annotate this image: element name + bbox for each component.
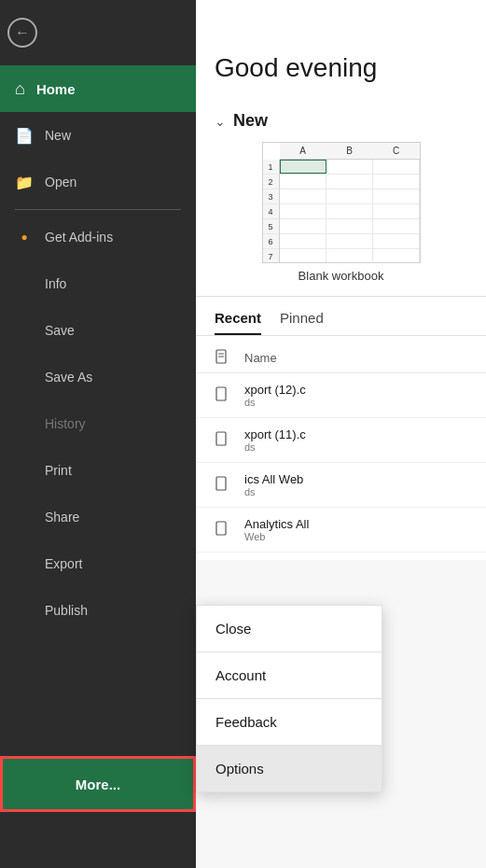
cell-row-4 — [280, 204, 420, 219]
document-icon — [215, 349, 229, 364]
file-icon-col-header — [215, 349, 237, 367]
sidebar-item-new[interactable]: 📄 New — [0, 112, 196, 159]
cell-c7 — [373, 249, 420, 263]
dropdown-close[interactable]: Close — [197, 606, 382, 651]
home-label: Home — [36, 81, 76, 97]
back-button[interactable]: ← — [0, 0, 45, 65]
sidebar: ← ⌂ Home 📄 New 📁 Open ● Get Add-ins Info… — [0, 0, 196, 868]
blank-workbook-label: Blank workbook — [299, 269, 384, 283]
sidebar-new-label: New — [45, 128, 71, 143]
svg-rect-5 — [216, 477, 226, 490]
row-3: 3 — [263, 189, 279, 204]
cell-b7 — [326, 249, 373, 263]
sidebar-item-print[interactable]: Print — [0, 447, 196, 494]
cell-row-5 — [280, 219, 420, 234]
file-item-info-2: ics All Web ds — [244, 472, 467, 497]
sidebar-item-open[interactable]: 📁 Open — [0, 159, 196, 205]
sidebar-item-info[interactable]: Info — [0, 260, 196, 307]
more-label: More... — [76, 777, 120, 792]
sidebar-item-history[interactable]: History — [0, 400, 196, 447]
file-item-info-3: Analytics All Web — [244, 517, 467, 542]
greeting-text: Good evening — [215, 53, 377, 83]
row-6: 6 — [263, 234, 279, 249]
sidebar-save-label: Save — [45, 323, 75, 338]
file-item-0[interactable]: xport (12).c ds — [196, 373, 486, 418]
row-numbers: 1 2 3 4 5 6 7 — [263, 160, 280, 263]
new-section: ⌄ New A B C 1 2 3 4 5 6 7 — [196, 98, 486, 297]
dropdown-account[interactable]: Account — [197, 652, 382, 698]
greeting-header: Good evening — [196, 0, 486, 98]
cell-a3 — [280, 189, 326, 203]
col-a-header: A — [280, 143, 326, 160]
cell-c2 — [373, 175, 420, 189]
sidebar-item-publish[interactable]: Publish — [0, 587, 196, 634]
tab-pinned[interactable]: Pinned — [280, 310, 324, 335]
more-button[interactable]: More... — [0, 756, 196, 812]
dropdown-feedback[interactable]: Feedback — [197, 699, 382, 745]
file-item-sub-1: ds — [244, 441, 467, 453]
file-item-sub-0: ds — [244, 397, 467, 408]
workbook-thumbnail: A B C 1 2 3 4 5 6 7 — [262, 142, 421, 263]
row-1: 1 — [263, 160, 279, 175]
blank-workbook-button[interactable]: A B C 1 2 3 4 5 6 7 — [215, 142, 467, 283]
file-item-name-3: Analytics All — [244, 517, 467, 531]
row-7: 7 — [263, 249, 279, 263]
file-item-3[interactable]: Analytics All Web — [196, 508, 486, 553]
tab-recent[interactable]: Recent — [215, 310, 261, 335]
file-item-sub-3: Web — [244, 531, 467, 542]
cell-a6 — [280, 234, 326, 248]
sidebar-info-label: Info — [45, 276, 66, 291]
file-item-info-1: xport (11).c ds — [244, 427, 467, 453]
cell-c4 — [373, 204, 420, 218]
file-item-icon-0 — [215, 386, 237, 405]
sidebar-history-label: History — [45, 416, 86, 431]
cell-a2 — [280, 175, 326, 189]
sidebar-saveas-label: Save As — [45, 370, 92, 385]
file-item-name-1: xport (11).c — [244, 427, 467, 441]
new-section-header: ⌄ New — [215, 111, 467, 131]
tabs-section: Recent Pinned — [196, 297, 486, 335]
sidebar-print-label: Print — [45, 463, 72, 478]
sidebar-open-label: Open — [45, 175, 76, 189]
file-item-name-2: ics All Web — [244, 472, 467, 486]
dropdown-options[interactable]: Options — [197, 746, 382, 791]
cell-b1 — [326, 160, 373, 174]
cell-c1 — [373, 160, 420, 174]
file-item-1[interactable]: xport (11).c ds — [196, 418, 486, 463]
cell-c5 — [373, 219, 420, 233]
sidebar-item-save[interactable]: Save — [0, 307, 196, 354]
cell-a5 — [280, 219, 326, 233]
col-b-header: B — [326, 143, 373, 160]
col-c-header: C — [373, 143, 420, 160]
wk-cells — [280, 160, 420, 262]
file-item-icon-3 — [215, 521, 237, 539]
new-icon: 📄 — [15, 127, 34, 145]
sidebar-item-share[interactable]: Share — [0, 494, 196, 540]
new-section-title: New — [233, 111, 268, 131]
cell-b5 — [326, 219, 373, 233]
svg-rect-4 — [216, 432, 226, 445]
cell-row-6 — [280, 234, 420, 249]
sidebar-export-label: Export — [45, 556, 82, 571]
svg-rect-6 — [216, 522, 226, 535]
file-item-name-0: xport (12).c — [244, 383, 467, 397]
file-item-icon-1 — [215, 431, 237, 450]
addins-icon: ● — [15, 231, 34, 244]
chevron-down-icon: ⌄ — [215, 114, 226, 129]
cell-a4 — [280, 204, 326, 218]
home-icon: ⌂ — [15, 79, 25, 99]
sidebar-share-label: Share — [45, 510, 79, 525]
cell-row-2 — [280, 175, 420, 189]
sidebar-item-saveas[interactable]: Save As — [0, 354, 196, 400]
file-item-2[interactable]: ics All Web ds — [196, 463, 486, 508]
file-item-sub-2: ds — [244, 486, 467, 497]
sidebar-item-addins[interactable]: ● Get Add-ins — [0, 214, 196, 260]
dropdown-menu: Close Account Feedback Options — [196, 605, 382, 792]
cell-row-1 — [280, 160, 420, 175]
tabs-row: Recent Pinned — [215, 310, 467, 335]
back-icon: ← — [7, 18, 37, 48]
sidebar-item-export[interactable]: Export — [0, 540, 196, 587]
sidebar-item-home[interactable]: ⌂ Home — [0, 65, 196, 112]
cell-b6 — [326, 234, 373, 248]
row-4: 4 — [263, 204, 279, 219]
